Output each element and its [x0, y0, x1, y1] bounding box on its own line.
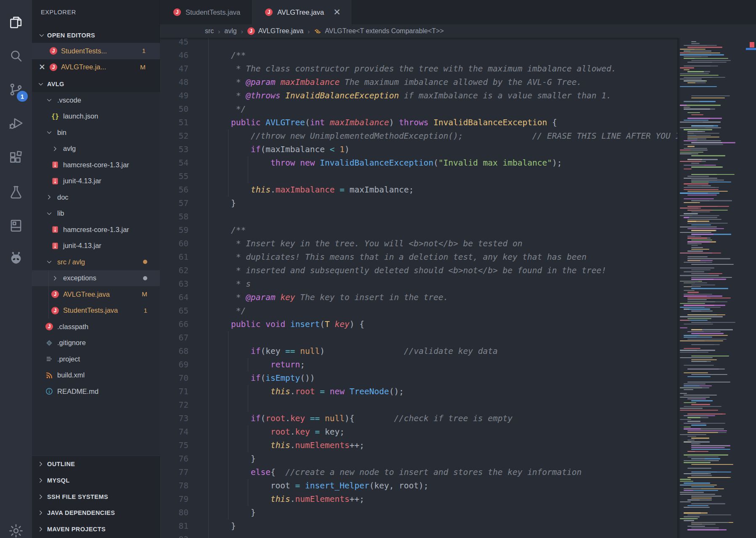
remote-explorer-icon[interactable]: [0, 211, 32, 240]
tree-item-launch-json[interactable]: {}launch.json: [32, 108, 160, 125]
minimap-line: [687, 195, 717, 195]
minimap-shadow: [677, 38, 681, 538]
minimap[interactable]: [677, 38, 749, 538]
tree-item-exceptions[interactable]: exceptions: [32, 270, 160, 287]
java-file-icon: J: [50, 47, 57, 55]
code-line-69: 69 return;: [160, 358, 677, 372]
close-icon[interactable]: ✕: [333, 7, 341, 17]
tree-item-readme-md[interactable]: README.md: [32, 383, 160, 400]
testing-icon[interactable]: [0, 177, 32, 207]
minimap-line: [687, 369, 725, 369]
run-debug-icon[interactable]: [0, 108, 32, 138]
indent-guide: [228, 398, 228, 412]
line-number: 65: [160, 304, 188, 318]
overview-ruler: [749, 38, 756, 538]
minimap-line: [684, 58, 695, 59]
breadcrumb-item[interactable]: JAVLGTree.java: [247, 27, 304, 35]
tree-item-junit-4-13-jar[interactable]: junit-4.13.jar: [32, 173, 160, 190]
sidebar-section-outline[interactable]: OUTLINE: [32, 456, 160, 472]
tree-item-hamcrest-core-1-3-jar[interactable]: hamcrest-core-1.3.jar: [32, 222, 160, 238]
minimap-line: [684, 385, 700, 386]
minimap-line: [680, 150, 690, 150]
tree-item-bin[interactable]: bin: [32, 124, 160, 141]
tree-item-junit-4-13-jar[interactable]: junit-4.13.jar: [32, 238, 160, 254]
code-line-80: 80 }: [160, 506, 677, 520]
indent-guide: [248, 156, 248, 170]
tree-item--project[interactable]: .project: [32, 351, 160, 367]
sidebar-section-java-dependencies[interactable]: JAVA DEPENDENCIES: [32, 505, 160, 521]
tree-item-doc[interactable]: doc: [32, 189, 160, 206]
indent-guide: [228, 439, 228, 452]
chevron-right-icon: [51, 145, 59, 153]
sidebar-section-mysql[interactable]: MYSQL: [32, 472, 160, 489]
breadcrumb-item[interactable]: avlg: [224, 27, 236, 35]
tab-avlgtree-java[interactable]: JAVLGTree.java✕: [252, 0, 352, 24]
minimap-line: [691, 60, 731, 61]
code-line-49: 49 * @throws InvalidBalanceException if …: [160, 89, 677, 103]
sidebar-section-maven-projects[interactable]: MAVEN PROJECTS: [32, 521, 160, 538]
open-editor-item[interactable]: ✕JAVLGTree.ja...M: [32, 59, 160, 76]
minimap-line: [684, 423, 725, 424]
minimap-line: [687, 432, 718, 433]
tree-item--gitignore[interactable]: .gitignore: [32, 335, 160, 351]
minimap-line: [684, 488, 701, 489]
tab-studenttests-java[interactable]: JStudentTests.java: [160, 0, 252, 24]
minimap-line: [684, 178, 691, 179]
line-number: 46: [160, 49, 188, 62]
extensions-icon[interactable]: [0, 143, 32, 172]
minimap-line: [684, 213, 698, 214]
tree-item-studenttests-java[interactable]: JStudentTests.java1: [32, 303, 160, 319]
tree-item-label: AVLGTree.java: [63, 290, 110, 298]
tree-item-avlg[interactable]: avlg: [32, 141, 160, 157]
tree-item-hamcrest-core-1-3-jar[interactable]: hamcrest-core-1.3.jar: [32, 157, 160, 173]
tree-item-src-avlg[interactable]: src / avlg: [32, 254, 160, 270]
indent-guide: [208, 224, 209, 237]
sidebar-section-ssh-file-systems[interactable]: SSH FILE SYSTEMS: [32, 488, 160, 505]
tree-item-build-xml[interactable]: build.xml: [32, 367, 160, 384]
indent-guide: [228, 331, 228, 345]
tree-item--vscode[interactable]: .vscode: [32, 92, 160, 108]
minimap-line: [684, 50, 711, 51]
breadcrumb-item[interactable]: AVLGTree<T extends Comparable<T>>: [314, 27, 444, 35]
minimap-line: [691, 425, 706, 425]
indent-guide: [208, 76, 209, 89]
code-line-53: 53 if(maxImbalance < 1): [160, 143, 677, 156]
tree-item-avlgtree-java[interactable]: JAVLGTree.javaM: [32, 286, 160, 303]
code-editor[interactable]: 4546 /**47 * The class constructor provi…: [160, 38, 677, 538]
tree-item-label: avlg: [63, 145, 76, 153]
close-icon[interactable]: ✕: [38, 62, 46, 72]
breadcrumb-item[interactable]: src: [205, 27, 214, 35]
line-number: 67: [160, 331, 188, 345]
source-control-icon[interactable]: 1: [0, 75, 32, 104]
tree-item-lib[interactable]: lib: [32, 206, 160, 222]
breadcrumb-text: src: [205, 27, 214, 35]
minimap-line: [687, 529, 727, 530]
project-section-header[interactable]: AVLG: [32, 76, 160, 92]
minimap-line: [680, 316, 723, 317]
files-icon[interactable]: [0, 8, 32, 37]
indent-guide: [208, 398, 209, 412]
symbol-class-icon: [314, 27, 321, 35]
minimap-line: [680, 86, 717, 87]
minimap-line: [684, 305, 725, 306]
minimap-line: [691, 522, 729, 523]
minimap-line: [687, 430, 727, 431]
open-editor-item[interactable]: JStudentTests...1: [32, 43, 160, 59]
breadcrumb-separator: ›: [218, 28, 220, 35]
gear-icon[interactable]: [0, 516, 32, 538]
minimap-line: [684, 107, 690, 108]
minimap-line: [680, 494, 715, 495]
tree-indent-guide: [48, 270, 49, 287]
alien-icon[interactable]: [0, 244, 32, 273]
minimap-line: [691, 486, 714, 487]
indent-guide: [228, 358, 228, 372]
git-status-badge: 1: [142, 47, 146, 55]
open-editors-header[interactable]: OPEN EDITORS: [32, 28, 160, 43]
indent-guide: [208, 466, 209, 479]
line-number: 51: [160, 116, 188, 129]
tree-item--classpath[interactable]: J.classpath: [32, 319, 160, 335]
minimap-line: [680, 518, 697, 519]
code-line-79: 79 this.numElements++;: [160, 493, 677, 506]
code-line-68: 68 if(key == null) //validate key data: [160, 345, 677, 358]
search-icon[interactable]: [0, 41, 32, 71]
